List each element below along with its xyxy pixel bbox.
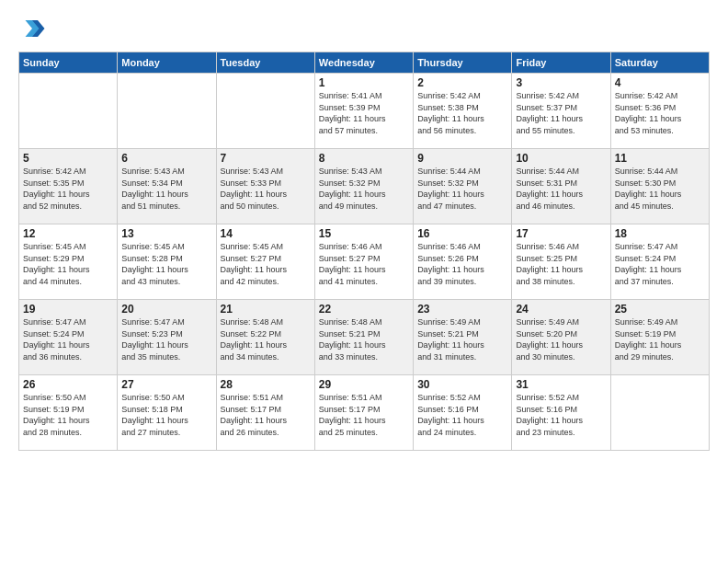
col-header-thursday: Thursday [414, 52, 512, 74]
calendar-cell: 30Sunrise: 5:52 AM Sunset: 5:16 PM Dayli… [414, 375, 512, 451]
day-number: 9 [417, 152, 507, 165]
day-info: Sunrise: 5:42 AM Sunset: 5:35 PM Dayligh… [23, 166, 113, 212]
calendar-cell: 15Sunrise: 5:46 AM Sunset: 5:27 PM Dayli… [314, 224, 413, 300]
day-number: 21 [221, 303, 311, 316]
day-number: 8 [319, 152, 409, 165]
calendar-header-row: SundayMondayTuesdayWednesdayThursdayFrid… [19, 52, 710, 74]
day-info: Sunrise: 5:51 AM Sunset: 5:17 PM Dayligh… [319, 392, 409, 438]
day-info: Sunrise: 5:47 AM Sunset: 5:23 PM Dayligh… [121, 316, 211, 362]
day-info: Sunrise: 5:45 AM Sunset: 5:29 PM Dayligh… [23, 241, 113, 287]
calendar-cell [216, 74, 314, 149]
day-info: Sunrise: 5:46 AM Sunset: 5:25 PM Dayligh… [516, 241, 606, 287]
calendar-cell: 14Sunrise: 5:45 AM Sunset: 5:27 PM Dayli… [216, 224, 314, 300]
col-header-tuesday: Tuesday [216, 52, 314, 74]
day-info: Sunrise: 5:42 AM Sunset: 5:38 PM Dayligh… [417, 90, 507, 136]
calendar-cell: 16Sunrise: 5:46 AM Sunset: 5:26 PM Dayli… [414, 224, 512, 300]
day-info: Sunrise: 5:50 AM Sunset: 5:18 PM Dayligh… [121, 392, 211, 438]
day-info: Sunrise: 5:49 AM Sunset: 5:19 PM Dayligh… [615, 316, 705, 362]
calendar-table: SundayMondayTuesdayWednesdayThursdayFrid… [18, 52, 710, 451]
day-number: 7 [221, 152, 311, 165]
calendar-cell: 11Sunrise: 5:44 AM Sunset: 5:30 PM Dayli… [610, 149, 709, 224]
day-number: 25 [615, 303, 705, 316]
day-number: 1 [319, 76, 409, 89]
day-number: 16 [417, 227, 507, 240]
col-header-friday: Friday [512, 52, 610, 74]
calendar-cell: 12Sunrise: 5:45 AM Sunset: 5:29 PM Dayli… [19, 224, 118, 300]
day-info: Sunrise: 5:47 AM Sunset: 5:24 PM Dayligh… [23, 316, 113, 362]
day-info: Sunrise: 5:47 AM Sunset: 5:24 PM Dayligh… [615, 241, 705, 287]
day-info: Sunrise: 5:50 AM Sunset: 5:19 PM Dayligh… [23, 392, 113, 438]
col-header-sunday: Sunday [19, 52, 118, 74]
day-info: Sunrise: 5:43 AM Sunset: 5:33 PM Dayligh… [221, 166, 311, 212]
calendar-cell: 6Sunrise: 5:43 AM Sunset: 5:34 PM Daylig… [118, 149, 216, 224]
calendar-cell: 26Sunrise: 5:50 AM Sunset: 5:19 PM Dayli… [19, 375, 118, 451]
header [18, 15, 710, 42]
week-row-4: 19Sunrise: 5:47 AM Sunset: 5:24 PM Dayli… [19, 300, 710, 375]
calendar-cell: 24Sunrise: 5:49 AM Sunset: 5:20 PM Dayli… [512, 300, 610, 375]
day-number: 20 [121, 303, 211, 316]
week-row-1: 1Sunrise: 5:41 AM Sunset: 5:39 PM Daylig… [19, 74, 710, 149]
calendar-cell: 22Sunrise: 5:48 AM Sunset: 5:21 PM Dayli… [314, 300, 413, 375]
day-info: Sunrise: 5:44 AM Sunset: 5:32 PM Dayligh… [417, 166, 507, 212]
day-number: 2 [417, 76, 507, 89]
day-number: 19 [23, 303, 113, 316]
day-number: 15 [319, 227, 409, 240]
day-info: Sunrise: 5:45 AM Sunset: 5:28 PM Dayligh… [121, 241, 211, 287]
calendar-cell: 18Sunrise: 5:47 AM Sunset: 5:24 PM Dayli… [610, 224, 709, 300]
day-info: Sunrise: 5:48 AM Sunset: 5:22 PM Dayligh… [221, 316, 311, 362]
page: SundayMondayTuesdayWednesdayThursdayFrid… [0, 0, 728, 563]
day-info: Sunrise: 5:46 AM Sunset: 5:27 PM Dayligh… [319, 241, 409, 287]
calendar-cell: 4Sunrise: 5:42 AM Sunset: 5:36 PM Daylig… [610, 74, 709, 149]
calendar-cell: 21Sunrise: 5:48 AM Sunset: 5:22 PM Dayli… [216, 300, 314, 375]
day-number: 10 [516, 152, 606, 165]
day-info: Sunrise: 5:52 AM Sunset: 5:16 PM Dayligh… [516, 392, 606, 438]
day-number: 23 [417, 303, 507, 316]
calendar-cell [118, 74, 216, 149]
day-info: Sunrise: 5:42 AM Sunset: 5:37 PM Dayligh… [516, 90, 606, 136]
week-row-3: 12Sunrise: 5:45 AM Sunset: 5:29 PM Dayli… [19, 224, 710, 300]
calendar-cell: 20Sunrise: 5:47 AM Sunset: 5:23 PM Dayli… [118, 300, 216, 375]
calendar-cell: 5Sunrise: 5:42 AM Sunset: 5:35 PM Daylig… [19, 149, 118, 224]
day-info: Sunrise: 5:43 AM Sunset: 5:34 PM Dayligh… [121, 166, 211, 212]
calendar-cell [610, 375, 709, 451]
day-number: 24 [516, 303, 606, 316]
day-info: Sunrise: 5:42 AM Sunset: 5:36 PM Dayligh… [615, 90, 705, 136]
day-info: Sunrise: 5:49 AM Sunset: 5:21 PM Dayligh… [417, 316, 507, 362]
calendar-cell: 19Sunrise: 5:47 AM Sunset: 5:24 PM Dayli… [19, 300, 118, 375]
day-number: 6 [121, 152, 211, 165]
day-number: 18 [615, 227, 705, 240]
col-header-saturday: Saturday [610, 52, 709, 74]
day-number: 29 [319, 378, 409, 391]
calendar-cell: 1Sunrise: 5:41 AM Sunset: 5:39 PM Daylig… [314, 74, 413, 149]
calendar-cell: 10Sunrise: 5:44 AM Sunset: 5:31 PM Dayli… [512, 149, 610, 224]
day-number: 28 [221, 378, 311, 391]
calendar-cell: 7Sunrise: 5:43 AM Sunset: 5:33 PM Daylig… [216, 149, 314, 224]
week-row-2: 5Sunrise: 5:42 AM Sunset: 5:35 PM Daylig… [19, 149, 710, 224]
day-info: Sunrise: 5:41 AM Sunset: 5:39 PM Dayligh… [319, 90, 409, 136]
calendar-cell: 23Sunrise: 5:49 AM Sunset: 5:21 PM Dayli… [414, 300, 512, 375]
day-number: 17 [516, 227, 606, 240]
week-row-5: 26Sunrise: 5:50 AM Sunset: 5:19 PM Dayli… [19, 375, 710, 451]
logo [18, 15, 50, 42]
day-number: 30 [417, 378, 507, 391]
day-info: Sunrise: 5:48 AM Sunset: 5:21 PM Dayligh… [319, 316, 409, 362]
calendar-cell [19, 74, 118, 149]
day-number: 14 [221, 227, 311, 240]
day-number: 31 [516, 378, 606, 391]
day-info: Sunrise: 5:43 AM Sunset: 5:32 PM Dayligh… [319, 166, 409, 212]
day-info: Sunrise: 5:44 AM Sunset: 5:30 PM Dayligh… [615, 166, 705, 212]
col-header-wednesday: Wednesday [314, 52, 413, 74]
calendar-cell: 3Sunrise: 5:42 AM Sunset: 5:37 PM Daylig… [512, 74, 610, 149]
calendar-cell: 9Sunrise: 5:44 AM Sunset: 5:32 PM Daylig… [414, 149, 512, 224]
day-info: Sunrise: 5:51 AM Sunset: 5:17 PM Dayligh… [221, 392, 311, 438]
day-number: 5 [23, 152, 113, 165]
calendar-cell: 13Sunrise: 5:45 AM Sunset: 5:28 PM Dayli… [118, 224, 216, 300]
calendar-cell: 2Sunrise: 5:42 AM Sunset: 5:38 PM Daylig… [414, 74, 512, 149]
day-info: Sunrise: 5:49 AM Sunset: 5:20 PM Dayligh… [516, 316, 606, 362]
day-number: 4 [615, 76, 705, 89]
logo-icon [18, 15, 46, 42]
calendar-cell: 27Sunrise: 5:50 AM Sunset: 5:18 PM Dayli… [118, 375, 216, 451]
day-info: Sunrise: 5:52 AM Sunset: 5:16 PM Dayligh… [417, 392, 507, 438]
day-info: Sunrise: 5:46 AM Sunset: 5:26 PM Dayligh… [417, 241, 507, 287]
calendar-cell: 8Sunrise: 5:43 AM Sunset: 5:32 PM Daylig… [314, 149, 413, 224]
